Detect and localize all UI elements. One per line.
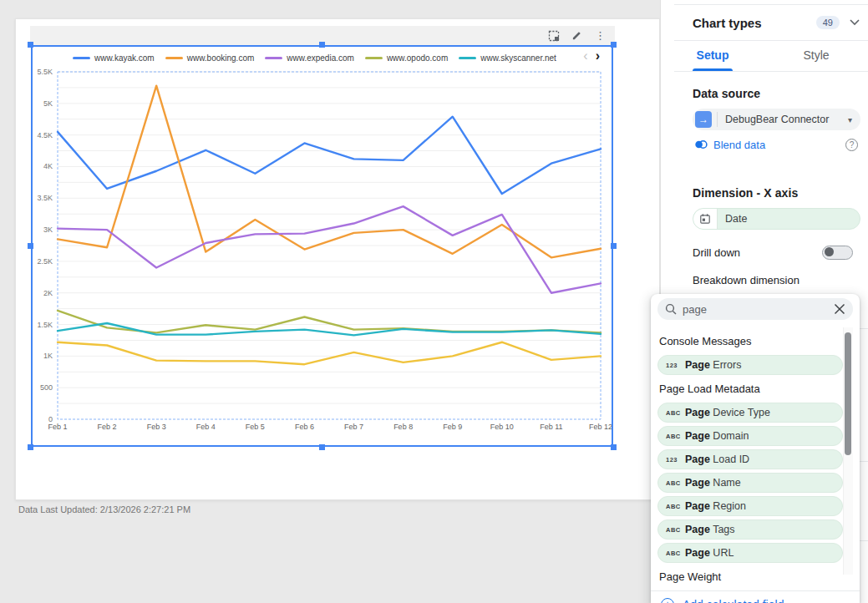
chart-types-count-badge: 49 xyxy=(816,16,840,29)
x-axis-tick: Feb 9 xyxy=(443,423,462,431)
divider xyxy=(717,112,718,127)
field-name-rest: Device Type xyxy=(710,407,770,418)
number-type-icon: 123 xyxy=(666,362,681,369)
y-axis-tick: 1K xyxy=(43,352,53,360)
resize-handle-ne[interactable] xyxy=(611,42,617,48)
text-type-icon: ABC xyxy=(666,479,681,487)
text-type-icon: ABC xyxy=(666,503,681,510)
clear-search-icon[interactable] xyxy=(834,303,845,315)
add-calculated-field-button[interactable]: +Add calculated field xyxy=(661,598,853,603)
series-line-www.skyscanner.net xyxy=(58,323,601,335)
field-name-match: Page xyxy=(685,407,710,418)
text-type-icon: ABC xyxy=(666,526,681,534)
tab-setup-label: Setup xyxy=(697,48,729,62)
field-group-header: Page Load Metadata xyxy=(659,383,853,394)
panel-tabs: Setup Style xyxy=(661,42,868,71)
field-item[interactable]: ABCPage Tags xyxy=(657,519,843,540)
calendar-icon xyxy=(693,209,718,229)
tab-style[interactable]: Style xyxy=(764,42,868,71)
field-search-box[interactable] xyxy=(657,298,853,320)
y-axis-tick: 500 xyxy=(40,383,53,392)
divider xyxy=(651,590,860,591)
legend-swatch xyxy=(265,57,282,59)
x-axis-tick: Feb 4 xyxy=(196,423,216,431)
tab-style-label: Style xyxy=(803,48,829,62)
data-source-heading: Data source xyxy=(693,87,760,100)
more-options-icon[interactable]: ⋮ xyxy=(594,29,607,42)
field-group-header: Page Weight xyxy=(659,570,853,582)
data-source-selector[interactable]: → DebugBear Connector ▾ xyxy=(693,109,860,130)
field-name-match: Page xyxy=(685,500,710,512)
dropdown-scrollbar-thumb[interactable] xyxy=(845,332,851,455)
tab-setup[interactable]: Setup xyxy=(661,42,764,71)
resize-handle-sw[interactable] xyxy=(28,444,33,450)
field-search-input[interactable] xyxy=(683,303,834,316)
time-series-chart[interactable]: 05001K1.5K2K2.5K3K3.5K4K4.5K5K5.5KFeb 1F… xyxy=(31,45,613,447)
field-item[interactable]: 123Page Load ID xyxy=(657,449,843,469)
x-axis-tick: Feb 3 xyxy=(147,423,166,431)
number-type-icon: 123 xyxy=(666,456,681,464)
resize-handle-nw[interactable] xyxy=(28,42,33,48)
field-item[interactable]: ABCPage Domain xyxy=(657,426,843,446)
report-canvas[interactable]: ⋮ 05001K1.5K2K2.5K3K3.5K4K4.5K5K5.5KFeb … xyxy=(15,18,660,500)
blend-data-link[interactable]: Blend data xyxy=(713,139,845,151)
resize-handle-e[interactable] xyxy=(611,243,617,249)
x-axis-tick: Feb 12 xyxy=(589,423,612,431)
field-name-match: Page xyxy=(685,430,710,442)
divider xyxy=(674,40,868,41)
field-name-match: Page xyxy=(685,477,710,489)
chevron-down-icon[interactable] xyxy=(850,19,860,26)
text-type-icon: ABC xyxy=(666,409,681,417)
legend-swatch xyxy=(73,57,90,59)
dimension-heading: Dimension - X axis xyxy=(693,186,798,200)
text-type-icon: ABC xyxy=(666,550,681,557)
edit-pencil-icon[interactable] xyxy=(571,29,583,42)
chart-types-row[interactable]: Chart types 49 xyxy=(693,12,860,33)
y-axis-tick: 4.5K xyxy=(37,131,53,139)
field-name-rest: Region xyxy=(710,500,746,512)
legend-swatch xyxy=(459,57,476,59)
y-axis-tick: 4K xyxy=(43,162,53,170)
x-axis-tick: Feb 5 xyxy=(246,423,265,431)
field-name-rest: URL xyxy=(710,547,733,559)
field-item[interactable]: 123Page Errors xyxy=(657,355,843,375)
legend-label: www.expedia.com xyxy=(287,53,354,63)
blend-data-row: Blend data ? xyxy=(694,137,858,152)
drill-down-row: Drill down xyxy=(693,245,853,260)
resize-handle-n[interactable] xyxy=(319,42,325,48)
help-icon[interactable]: ? xyxy=(845,139,858,151)
legend-pagination: ‹ › xyxy=(583,49,600,63)
chart-legend: www.kayak.comwww.booking.comwww.expedia.… xyxy=(73,53,556,63)
field-item[interactable]: ABCPage URL xyxy=(657,543,843,563)
field-name-rest: Tags xyxy=(710,524,735,535)
looker-studio-editor: ⋮ 05001K1.5K2K2.5K3K3.5K4K4.5K5K5.5KFeb … xyxy=(0,0,868,603)
resize-handle-se[interactable] xyxy=(611,444,617,450)
legend-swatch xyxy=(165,57,183,59)
dropdown-caret-icon: ▾ xyxy=(848,115,852,124)
legend-label: www.booking.com xyxy=(187,53,255,63)
x-axis-tick: Feb 6 xyxy=(295,423,314,431)
series-line-www.opodo.com xyxy=(58,311,601,332)
field-item[interactable]: ABCPage Name xyxy=(657,473,843,493)
field-item[interactable]: ABCPage Device Type xyxy=(657,403,843,423)
select-area-icon[interactable] xyxy=(547,29,560,42)
drill-down-toggle[interactable] xyxy=(822,246,853,260)
resize-handle-w[interactable] xyxy=(28,243,33,249)
dimension-chip-label: Date xyxy=(725,213,747,225)
field-list: Console Messages123Page ErrorsPage Load … xyxy=(651,327,860,603)
divider xyxy=(674,71,868,72)
resize-handle-s[interactable] xyxy=(319,444,325,450)
toggle-knob xyxy=(825,247,834,256)
field-item[interactable]: ABCPage Region xyxy=(657,496,843,516)
search-icon xyxy=(665,303,677,315)
y-axis-tick: 2K xyxy=(43,289,53,297)
y-axis-tick: 3.5K xyxy=(37,194,53,202)
y-axis-tick: 3K xyxy=(43,225,53,234)
add-icon: + xyxy=(661,598,674,603)
connector-icon: → xyxy=(695,111,712,128)
blend-icon xyxy=(694,138,708,151)
add-calculated-field-label: Add calculated field xyxy=(683,598,784,603)
x-axis-tick: Feb 7 xyxy=(344,423,363,431)
dimension-chip-date[interactable]: Date xyxy=(693,208,860,230)
legend-next-icon[interactable]: › xyxy=(596,49,600,63)
